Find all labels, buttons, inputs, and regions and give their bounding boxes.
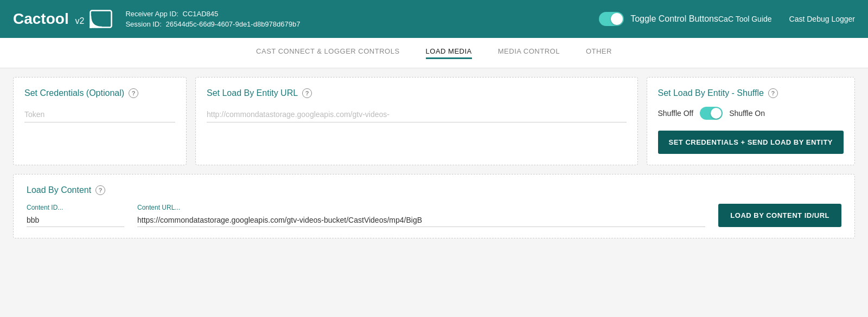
shuffle-on-label: Shuffle On bbox=[729, 109, 765, 118]
content-id-input[interactable] bbox=[27, 214, 124, 227]
card-load-by-content: Load By Content ? Content ID... Content … bbox=[13, 174, 855, 238]
cast-icon bbox=[90, 10, 112, 28]
main-content: Set Credentials (Optional) ? Set Load By… bbox=[0, 68, 868, 247]
card-shuffle: Set Load By Entity - Shuffle ? Shuffle O… bbox=[647, 77, 856, 165]
entity-url-input[interactable] bbox=[207, 107, 627, 122]
load-by-content-button[interactable]: LOAD BY CONTENT ID/URL bbox=[718, 204, 841, 227]
credentials-help-icon[interactable]: ? bbox=[129, 88, 138, 98]
tab-cast-connect[interactable]: CAST CONNECT & LOGGER CONTROLS bbox=[256, 47, 399, 59]
logo-text: Cactool v2 bbox=[13, 10, 84, 28]
content-id-field: Content ID... bbox=[27, 204, 124, 227]
load-by-content-help-icon[interactable]: ? bbox=[95, 185, 105, 195]
shuffle-toggle[interactable] bbox=[700, 107, 723, 120]
token-input[interactable] bbox=[24, 107, 175, 122]
toggle-control-buttons[interactable] bbox=[599, 12, 624, 26]
toggle-label: Toggle Control Buttons bbox=[630, 14, 718, 24]
card-credentials: Set Credentials (Optional) ? bbox=[13, 77, 187, 165]
content-url-input[interactable] bbox=[137, 214, 705, 227]
card-credentials-title: Set Credentials (Optional) ? bbox=[24, 88, 175, 98]
content-url-label: Content URL... bbox=[137, 204, 705, 211]
content-url-field: Content URL... bbox=[137, 204, 705, 227]
cast-debug-logger-link[interactable]: Cast Debug Logger bbox=[789, 15, 855, 23]
card-entity-url-title: Set Load By Entity URL ? bbox=[207, 88, 627, 98]
session-id-line: Session ID: 26544d5c-66d9-4607-9de1-d8b9… bbox=[125, 20, 599, 28]
tab-load-media[interactable]: LOAD MEDIA bbox=[426, 47, 472, 59]
cac-tool-guide-link[interactable]: CaC Tool Guide bbox=[718, 15, 772, 23]
shuffle-off-label: Shuffle Off bbox=[658, 109, 694, 118]
content-id-label: Content ID... bbox=[27, 204, 124, 211]
entity-url-help-icon[interactable]: ? bbox=[302, 88, 312, 98]
load-by-content-title: Load By Content ? bbox=[27, 185, 841, 195]
load-content-row: Content ID... Content URL... LOAD BY CON… bbox=[27, 204, 841, 227]
header-nav: CaC Tool Guide Cast Debug Logger bbox=[718, 15, 855, 23]
card-shuffle-title: Set Load By Entity - Shuffle ? bbox=[658, 88, 844, 98]
receiver-app-line: Receiver App ID: CC1AD845 bbox=[125, 10, 599, 18]
cards-row: Set Credentials (Optional) ? Set Load By… bbox=[13, 77, 855, 165]
session-info: Receiver App ID: CC1AD845 Session ID: 26… bbox=[125, 10, 599, 28]
toggle-control-section: Toggle Control Buttons bbox=[599, 12, 718, 26]
tab-media-control[interactable]: MEDIA CONTROL bbox=[498, 47, 560, 59]
tabs-bar: CAST CONNECT & LOGGER CONTROLS LOAD MEDI… bbox=[0, 38, 868, 68]
tab-other[interactable]: OTHER bbox=[586, 47, 612, 59]
shuffle-toggle-row: Shuffle Off Shuffle On bbox=[658, 107, 844, 120]
logo: Cactool v2 bbox=[13, 10, 112, 28]
app-header: Cactool v2 Receiver App ID: CC1AD845 Ses… bbox=[0, 0, 868, 38]
shuffle-help-icon[interactable]: ? bbox=[768, 88, 778, 98]
set-credentials-send-load-button[interactable]: SET CREDENTIALS + SEND LOAD BY ENTITY bbox=[658, 131, 844, 154]
card-entity-url: Set Load By Entity URL ? bbox=[195, 77, 638, 165]
